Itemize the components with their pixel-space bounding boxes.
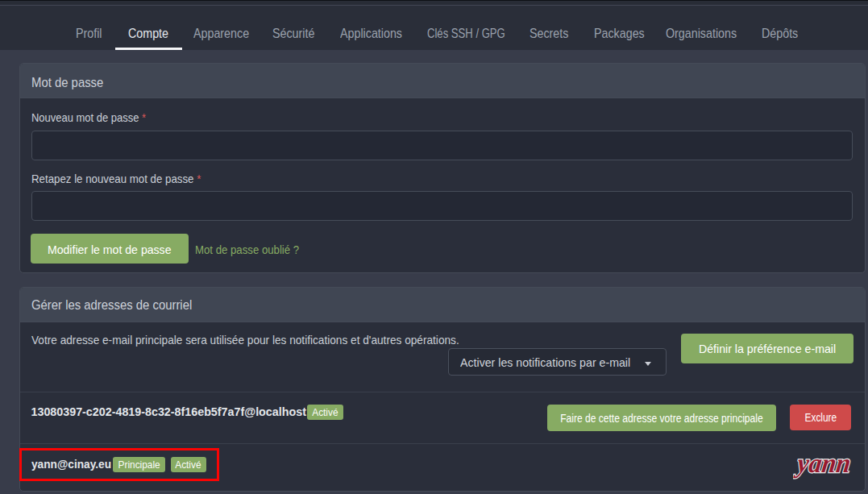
svg-text:yann: yann <box>793 454 853 478</box>
